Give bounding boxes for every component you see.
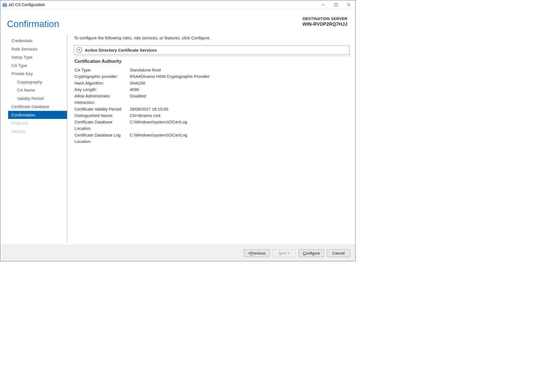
adcs-collapse-title: Active Directory Certificate Services (85, 48, 157, 52)
kv-key: Key Length: (75, 86, 130, 93)
sidebar-item-role-services[interactable]: Role Services (8, 45, 67, 53)
wizard-footer: < Previous Next > Configure Cancel (0, 245, 355, 261)
section-title: Certification Authority (75, 59, 350, 64)
previous-accel: P (250, 251, 253, 255)
sidebar-item-ca-type[interactable]: CA Type (8, 61, 67, 70)
kv-key: Cryptographic provider: (75, 73, 130, 80)
intro-text: To configure the following roles, role s… (74, 35, 350, 40)
kv-row: Distinguished Name:CN=dinamo root (74, 112, 350, 119)
sidebar-item-progress: Progress (8, 119, 67, 127)
kv-value: C:\Windows\system32\CertLog (130, 119, 350, 132)
next-rest: ext > (281, 251, 290, 255)
kv-value: RSA#Dinamo HSM Cryptographic Provider (130, 73, 350, 80)
sidebar-item-private-key[interactable]: Private Key (8, 70, 67, 78)
next-button: Next > (272, 249, 296, 257)
previous-rest: revious (253, 251, 265, 255)
chevron-up-icon (76, 47, 82, 53)
close-button[interactable] (342, 0, 355, 9)
sidebar-item-ca-name[interactable]: CA Name (8, 86, 67, 94)
kv-key: CA Type: (75, 67, 130, 73)
previous-button[interactable]: < Previous (244, 249, 270, 257)
content-area: To configure the following roles, role s… (74, 34, 350, 243)
destination-server-label: DESTINATION SERVER (302, 16, 347, 21)
kv-value: 28/08/2027 19:15:00 (130, 106, 350, 112)
kv-value: 4096 (130, 86, 350, 93)
maximize-button[interactable] (330, 0, 342, 9)
kv-row: CA Type:Standalone Root (74, 67, 350, 73)
wizard-sidebar: CredentialsRole ServicesSetup TypeCA Typ… (8, 34, 67, 243)
kv-key: Certificate Database Log Location: (75, 132, 130, 145)
kv-key: Hash Algorithm: (75, 80, 130, 86)
kv-row: Cryptographic provider:RSA#Dinamo HSM Cr… (74, 73, 350, 80)
cancel-button[interactable]: Cancel (327, 249, 350, 257)
previous-prefix: < (248, 251, 250, 255)
minimize-button[interactable] (317, 0, 330, 9)
kv-key: Certificate Validity Period: (75, 106, 130, 112)
kv-key: Allow Administrator Interaction: (75, 93, 130, 106)
sidebar-item-confirmation[interactable]: Confirmation (8, 111, 67, 119)
kv-value: Disabled (130, 93, 350, 106)
adcs-collapse-header[interactable]: Active Directory Certificate Services (74, 45, 350, 55)
kv-value: SHA256 (130, 80, 350, 86)
svg-rect-1 (3, 3, 6, 4)
section-divider (76, 56, 350, 56)
page-header: Confirmation DESTINATION SERVER WIN-RVDP… (0, 9, 355, 32)
window-title: AD CS Configuration (9, 3, 45, 7)
title-bar: AD CS Configuration (0, 0, 355, 9)
sidebar-item-certificate-database[interactable]: Certificate Database (8, 102, 67, 111)
app-icon (3, 3, 7, 7)
sidebar-item-credentials[interactable]: Credentials (8, 37, 67, 45)
cancel-label: Cancel (332, 251, 345, 255)
sidebar-item-validity-period[interactable]: Validity Period (8, 94, 67, 103)
svg-rect-3 (335, 3, 337, 6)
kv-row: Certificate Database Location:C:\Windows… (74, 119, 350, 132)
kv-row: Hash Algorithm:SHA256 (74, 80, 350, 86)
kv-value: CN=dinamo root (130, 112, 350, 119)
destination-server-block: DESTINATION SERVER WIN-RVDP2RQ7HJJ (302, 16, 347, 27)
sidebar-item-results: Results (8, 127, 67, 136)
page-title: Confirmation (7, 19, 59, 29)
sidebar-item-setup-type[interactable]: Setup Type (8, 53, 67, 61)
kv-row: Key Length:4096 (74, 86, 350, 93)
body: CredentialsRole ServicesSetup TypeCA Typ… (0, 32, 355, 245)
kv-key: Certificate Database Location: (75, 119, 130, 132)
kv-row: Certificate Validity Period:28/08/2027 1… (74, 106, 350, 112)
configure-accel: C (303, 251, 306, 255)
kv-key: Distinguished Name: (75, 112, 130, 119)
kv-row: Certificate Database Log Location:C:\Win… (74, 132, 350, 145)
sidebar-item-cryptography[interactable]: Cryptography (8, 78, 67, 86)
next-accel: N (278, 251, 281, 255)
configure-button[interactable]: Configure (299, 249, 324, 257)
kv-value: C:\Windows\system32\CertLog (130, 132, 350, 145)
configure-rest: onfigure (306, 251, 320, 255)
kv-list: CA Type:Standalone RootCryptographic pro… (74, 67, 350, 145)
kv-row: Allow Administrator Interaction:Disabled (74, 93, 350, 106)
destination-server-name: WIN-RVDP2RQ7HJJ (302, 21, 347, 27)
kv-value: Standalone Root (130, 67, 350, 73)
